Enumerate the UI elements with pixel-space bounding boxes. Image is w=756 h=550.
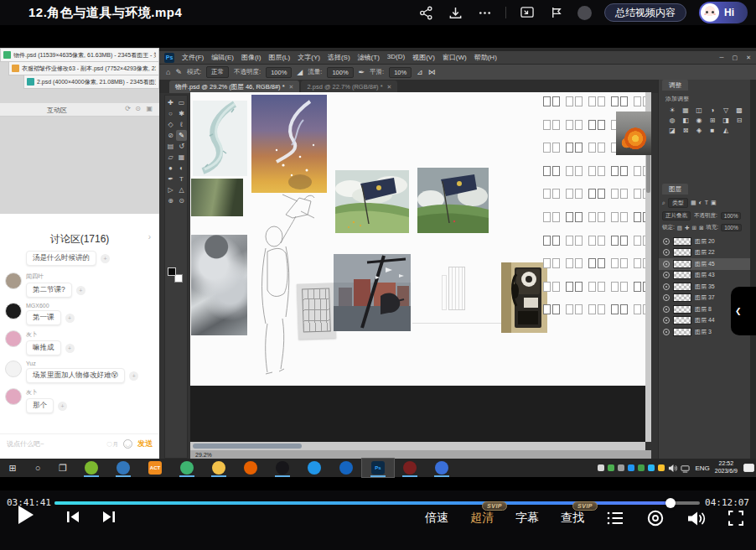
grid-box xyxy=(598,189,605,199)
adjustment-icon: ⊠ xyxy=(679,127,692,134)
tray-icon xyxy=(628,464,634,471)
menu-item: 滤镜(T) xyxy=(358,53,380,62)
grid-box xyxy=(543,166,551,176)
grid-box xyxy=(575,96,583,106)
grid-box xyxy=(611,282,619,292)
speed-button[interactable]: 倍速 xyxy=(425,511,448,526)
next-button[interactable] xyxy=(101,510,117,527)
previous-button[interactable] xyxy=(65,510,80,527)
app-icon xyxy=(308,461,321,475)
app-icon xyxy=(276,461,289,475)
type-tool: T xyxy=(176,174,187,184)
menu-item: 窗口(W) xyxy=(443,53,467,62)
progress-bar[interactable] xyxy=(54,501,700,505)
settings-dial-icon[interactable] xyxy=(646,509,665,527)
photoshop-menubar: Ps 文件(F)编辑(E)图像(I)图层(L)文字(Y)选择(S)滤镜(T)3D… xyxy=(159,51,756,64)
grid-box xyxy=(566,189,573,199)
grid-box xyxy=(566,304,573,314)
viewer-window-titlebar: 物件.psd (11539×4635像素, 61.63MB) - 2345看图王… xyxy=(0,48,159,62)
menu-item: 文件(F) xyxy=(182,53,204,62)
color-swatches xyxy=(168,267,183,283)
download-icon[interactable] xyxy=(447,4,463,21)
path-select-tool: ▷ xyxy=(165,184,176,195)
history-brush-tool: ↺ xyxy=(176,141,187,152)
app-icon xyxy=(85,461,98,475)
app-icon xyxy=(117,461,130,475)
grid-box xyxy=(611,212,619,222)
browser-360 xyxy=(75,459,107,477)
side-panel-toggle[interactable]: ❮ xyxy=(731,287,756,335)
adjustment-icon: ◪ xyxy=(665,127,679,134)
grid-box xyxy=(634,236,641,246)
opacity-select: 100% xyxy=(266,67,292,78)
zoom-level-status: 29.2% xyxy=(190,450,651,459)
tray-icon xyxy=(598,464,604,471)
chat-message: 友卜嘛推成+ xyxy=(5,330,159,355)
artwork-building-sketch xyxy=(297,283,336,340)
grid-box xyxy=(588,258,596,268)
adjustment-icon: ◍ xyxy=(665,117,679,124)
more-icon[interactable] xyxy=(476,4,493,21)
assistant-button[interactable]: Hi xyxy=(699,2,748,23)
adjustment-icon: ⊟ xyxy=(733,117,746,124)
chat-bubble: 那个 xyxy=(26,398,54,413)
adjustment-icon: ◨ xyxy=(719,117,733,124)
grid-box xyxy=(543,189,551,199)
playlist-icon[interactable] xyxy=(606,510,624,527)
viewer-app-region: 物件.psd (11539×4635像素, 61.63MB) - 2345看图王… xyxy=(0,48,159,459)
reaction-icon: + xyxy=(76,286,85,295)
grid-box xyxy=(566,96,573,106)
healing-tool: ⊘ xyxy=(165,130,176,141)
gradient-tool: ▦ xyxy=(176,152,187,163)
grid-box xyxy=(598,143,605,153)
close-icon[interactable] xyxy=(577,6,592,20)
qq-app xyxy=(267,459,298,477)
grid-box xyxy=(588,282,596,292)
flow-select: 100% xyxy=(327,67,353,78)
summarize-video-button[interactable]: 总结视频内容 xyxy=(604,3,686,22)
grid-box xyxy=(620,96,628,106)
adjustment-icon: ▦ xyxy=(679,106,692,114)
chat-input-bar: 说点什么吧~ 〇月 ◡ 发送 xyxy=(0,433,159,454)
viewer-window-title: 衣服褶皱作业修改63 - 副本.psd (7752×4293像素, 216MB) xyxy=(22,65,156,73)
grid-box xyxy=(575,282,583,292)
play-button[interactable] xyxy=(18,506,34,524)
grid-box xyxy=(634,189,641,199)
lasso-tool: ○ xyxy=(165,108,176,119)
viewer-window-title: 2.psd (4000×4000像素, 21.08MB) - 2345看图王 xyxy=(37,78,156,86)
mini-window-icon[interactable] xyxy=(519,4,536,21)
brush-preset-icon: ✎ xyxy=(175,68,182,76)
subtitle-button[interactable]: 字幕 xyxy=(515,511,539,526)
fullscreen-icon[interactable] xyxy=(728,510,744,527)
grid-box xyxy=(543,96,551,106)
grid-box xyxy=(634,96,641,106)
grid-box xyxy=(611,166,619,176)
recorded-desktop: 物件.psd (11539×4635像素, 61.63MB) - 2345看图王… xyxy=(0,48,756,477)
airbrush-icon: ◢ xyxy=(297,68,303,76)
visibility-eye-icon xyxy=(663,294,670,301)
pin-icon: ⊙ xyxy=(135,105,141,112)
share-icon[interactable] xyxy=(417,4,434,21)
artwork-tower-sketch xyxy=(438,267,476,310)
volume-icon[interactable] xyxy=(686,510,706,527)
close-tab-icon: ✕ xyxy=(387,84,392,91)
grid-box xyxy=(543,143,551,153)
layer-thumbnail xyxy=(673,237,691,246)
layer-thumbnail xyxy=(673,293,691,302)
chat-message: 友卜那个+ xyxy=(5,388,159,413)
grid-box xyxy=(552,212,560,222)
adjustments-panel-tab: 调整 xyxy=(662,80,688,91)
discussion-panel: 讨论区(1716) › 汤是什么时候讲的+闻四叶第二节课?+MGX600第一课+… xyxy=(0,214,159,459)
visibility-eye-icon xyxy=(663,317,670,324)
act-app: ACT xyxy=(139,459,171,477)
tray-icon xyxy=(618,464,624,471)
find-button[interactable]: 查找SVIP xyxy=(561,511,584,526)
cast-flag-icon[interactable] xyxy=(548,4,565,21)
chat-message: Yuz场景里面加人物修改好难😵+ xyxy=(5,361,159,383)
quality-button[interactable]: 超清SVIP xyxy=(470,511,494,526)
reaction-icon: + xyxy=(129,371,138,381)
grid-box xyxy=(566,212,573,222)
grid-box xyxy=(634,304,641,314)
user-avatar xyxy=(5,272,22,289)
visibility-eye-icon xyxy=(663,283,670,290)
